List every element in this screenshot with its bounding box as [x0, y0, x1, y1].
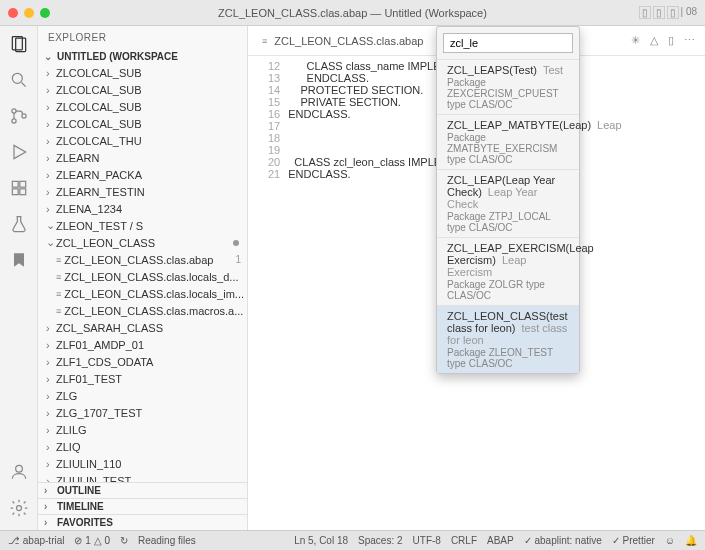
gear-icon[interactable]	[9, 498, 29, 520]
bell-icon[interactable]: 🔔	[685, 535, 697, 546]
tree-item[interactable]: ›ZLEARN_TESTIN	[42, 183, 247, 200]
split-icon[interactable]: ▯	[668, 34, 674, 47]
workspace-label: UNTITLED (WORKSPACE	[57, 51, 178, 62]
editor-area: ≡ZCL_LEON_CLASS.clas.abap ✳ △ ▯ ⋯ 121314…	[248, 26, 705, 530]
tab-label: ZCL_LEON_CLASS.clas.abap	[274, 35, 423, 47]
svg-point-5	[11, 119, 15, 123]
tree-item[interactable]: ≡ZCL_LEON_CLASS.clas.macros.a...	[42, 302, 247, 319]
tree-item[interactable]: ›ZLCOLCAL_THU	[42, 132, 247, 149]
more-icon[interactable]: ⋯	[684, 34, 695, 47]
quick-open-item[interactable]: ZCL_LEAP(Leap Year Check)Leap Year Check…	[437, 169, 579, 237]
quick-open: ZCL_LEAPS(Test)TestPackage ZEXCERCISM_CP…	[436, 26, 580, 374]
encoding-status[interactable]: UTF-8	[413, 535, 441, 546]
layout-controls[interactable]: ▯▯▯ | 08	[639, 6, 698, 19]
svg-line-3	[21, 83, 25, 87]
svg-rect-11	[19, 189, 25, 195]
tree-item[interactable]: ›ZLIULIN_TEST	[42, 472, 247, 482]
svg-point-2	[12, 73, 22, 83]
svg-point-12	[15, 465, 22, 472]
quick-open-input[interactable]	[443, 33, 573, 53]
tree-item[interactable]: ⌄ZCL_LEON_CLASS	[42, 234, 247, 251]
tree-item[interactable]: ›ZLCOLCAL_SUB	[42, 98, 247, 115]
prettier-status[interactable]: ✓ Prettier	[612, 535, 655, 546]
svg-point-4	[11, 109, 15, 113]
feedback-icon[interactable]: ☺	[665, 535, 675, 546]
status-bar: ⎇ abap-trial ⊘ 1 △ 0 ↻ Reading files Ln …	[0, 530, 705, 550]
tree-item[interactable]: ›ZLF1_CDS_ODATA	[42, 353, 247, 370]
outline-section[interactable]: ›OUTLINE	[38, 482, 247, 498]
svg-point-13	[16, 506, 21, 511]
quick-open-item[interactable]: ZCL_LEAP_EXERCISM(Leap Exercism)Leap Exe…	[437, 237, 579, 305]
explorer-title: EXPLORER	[38, 26, 247, 49]
eol-status[interactable]: CRLF	[451, 535, 477, 546]
sync-icon[interactable]: ↻	[120, 535, 128, 546]
flask-icon[interactable]	[9, 214, 29, 236]
tree-item[interactable]: ≡ZCL_LEON_CLASS.clas.locals_d...	[42, 268, 247, 285]
lint-status[interactable]: ✓ abaplint: native	[524, 535, 602, 546]
lang-status[interactable]: ABAP	[487, 535, 514, 546]
tree-item[interactable]: ›ZLENA_1234	[42, 200, 247, 217]
maximize-icon[interactable]	[40, 8, 50, 18]
search-icon[interactable]	[9, 70, 29, 92]
source-control-icon[interactable]	[9, 106, 29, 128]
titlebar: ZCL_LEON_CLASS.clas.abap — Untitled (Wor…	[0, 0, 705, 26]
tree-item[interactable]: ›ZLEARN_PACKA	[42, 166, 247, 183]
svg-rect-8	[12, 181, 18, 187]
tree-item[interactable]: ›ZLILG	[42, 421, 247, 438]
tree-item[interactable]: ›ZLCOLCAL_SUB	[42, 115, 247, 132]
spaces-status[interactable]: Spaces: 2	[358, 535, 402, 546]
sidebar: EXPLORER ⌄UNTITLED (WORKSPACE ›ZLCOLCAL_…	[38, 26, 248, 530]
svg-marker-7	[14, 145, 26, 158]
tree-item[interactable]: ›ZLG_1707_TEST	[42, 404, 247, 421]
line-gutter: 12131415161718192021	[248, 60, 288, 530]
tree-item[interactable]: ⌄ZLEON_TEST / S	[42, 217, 247, 234]
file-tree: ›ZLCOLCAL_SUB›ZLCOLCAL_SUB›ZLCOLCAL_SUB›…	[38, 64, 247, 482]
tree-item[interactable]: ›ZLCOLCAL_SUB	[42, 81, 247, 98]
compare-icon[interactable]: △	[650, 34, 658, 47]
close-icon[interactable]	[8, 8, 18, 18]
cursor-pos[interactable]: Ln 5, Col 18	[294, 535, 348, 546]
activity-status: Reading files	[138, 535, 196, 546]
svg-rect-10	[12, 189, 18, 195]
tree-item[interactable]: ›ZLEARN	[42, 149, 247, 166]
branch-status[interactable]: ⎇ abap-trial	[8, 535, 64, 546]
favorites-section[interactable]: ›FAVORITES	[38, 514, 247, 530]
tree-item[interactable]: ›ZLG	[42, 387, 247, 404]
quick-open-item[interactable]: ZCL_LEAPS(Test)TestPackage ZEXCERCISM_CP…	[437, 59, 579, 114]
tree-item[interactable]: ›ZLIQ	[42, 438, 247, 455]
quick-open-item[interactable]: ZCL_LEAP_MATBYTE(Leap)LeapPackage ZMATBY…	[437, 114, 579, 169]
tab-open-file[interactable]: ≡ZCL_LEON_CLASS.clas.abap	[254, 35, 431, 47]
minimize-icon[interactable]	[24, 8, 34, 18]
svg-point-6	[21, 114, 25, 118]
file-icon: ≡	[262, 36, 267, 46]
problems-status[interactable]: ⊘ 1 △ 0	[74, 535, 109, 546]
quick-open-item[interactable]: ZCL_LEON_CLASS(test class for leon)test …	[437, 305, 579, 373]
tree-item[interactable]: ›ZLF01_TEST	[42, 370, 247, 387]
window-title: ZCL_LEON_CLASS.clas.abap — Untitled (Wor…	[218, 7, 487, 19]
tree-item[interactable]: ›ZLF01_AMDP_01	[42, 336, 247, 353]
account-icon[interactable]	[9, 462, 29, 484]
extensions-icon[interactable]	[9, 178, 29, 200]
sparkle-icon[interactable]: ✳	[631, 34, 640, 47]
bookmark-icon[interactable]	[9, 250, 29, 272]
tree-item[interactable]: ›ZCL_SARAH_CLASS	[42, 319, 247, 336]
tree-item[interactable]: ›ZLIULIN_110	[42, 455, 247, 472]
run-icon[interactable]	[9, 142, 29, 164]
tree-item[interactable]: ≡ZCL_LEON_CLASS.clas.abap1	[42, 251, 247, 268]
workspace-header[interactable]: ⌄UNTITLED (WORKSPACE	[38, 49, 247, 64]
timeline-section[interactable]: ›TIMELINE	[38, 498, 247, 514]
tree-item[interactable]: ≡ZCL_LEON_CLASS.clas.locals_im...	[42, 285, 247, 302]
window-controls[interactable]	[8, 8, 50, 18]
tree-item[interactable]: ›ZLCOLCAL_SUB	[42, 64, 247, 81]
explorer-icon[interactable]	[9, 34, 29, 56]
svg-rect-9	[19, 181, 25, 187]
activity-bar	[0, 26, 38, 530]
